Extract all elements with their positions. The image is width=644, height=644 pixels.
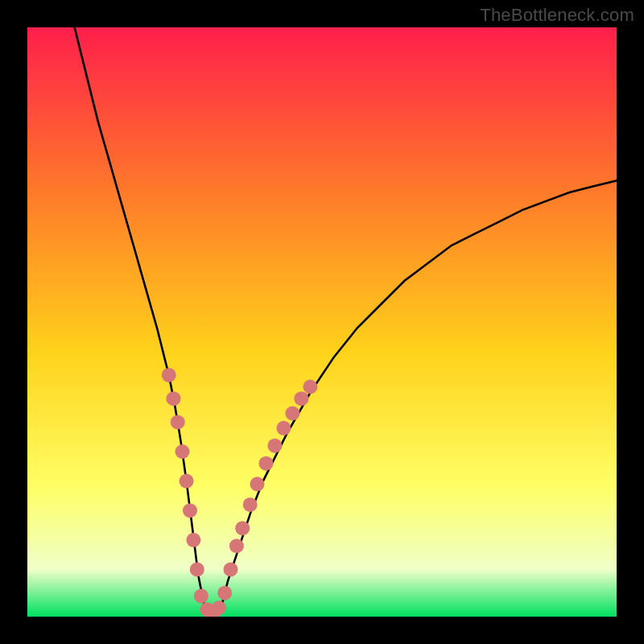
marker-dot [167,391,181,406]
marker-dot [224,562,238,576]
marker-dot [180,474,194,489]
marker-dot [294,391,308,406]
marker-dot [235,521,250,535]
gradient-bg [27,27,617,617]
marker-dot [243,497,258,512]
marker-dot [183,503,197,518]
marker-dot [229,539,244,553]
chart-frame: TheBottleneck.com [0,0,644,644]
marker-dot [194,588,208,603]
chart-svg [27,27,617,617]
marker-dot [267,439,282,453]
marker-dot [250,477,265,491]
marker-dot [190,562,204,576]
marker-dot [212,601,226,615]
marker-dot [285,407,299,421]
watermark-text: TheBottleneck.com [480,5,634,26]
marker-dot [303,380,317,394]
marker-dot [175,444,190,459]
marker-dot [186,533,200,547]
marker-dot [171,415,185,429]
plot-area [27,27,617,617]
marker-dot [259,456,274,471]
marker-dot [162,368,176,382]
marker-dot [276,421,291,436]
marker-dot [217,586,232,601]
